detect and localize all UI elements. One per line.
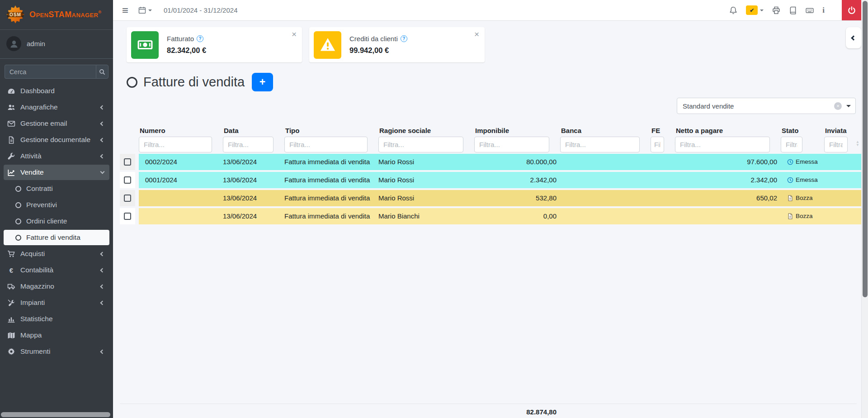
cart-icon bbox=[8, 251, 14, 256]
cell-fe bbox=[651, 190, 671, 206]
sidebar-item[interactable]: Acquisti bbox=[4, 246, 109, 261]
sidebar-item[interactable]: Attività bbox=[4, 148, 109, 164]
column-filter-input[interactable] bbox=[378, 137, 463, 152]
cell-numero: 0002/2024 bbox=[139, 154, 219, 170]
dashboard-icon bbox=[8, 88, 15, 93]
cell-ragione-sociale: Mario Bianchi bbox=[378, 208, 471, 224]
row-select-cell bbox=[120, 208, 135, 224]
sidebar-item[interactable]: Dashboard bbox=[4, 83, 109, 99]
cell-data: 13/06/2024 bbox=[223, 208, 281, 224]
cell-banca bbox=[560, 190, 647, 206]
sidebar-item[interactable]: Gestione email bbox=[4, 116, 109, 131]
table-row[interactable]: 13/06/2024 Fattura immediata di vendita … bbox=[120, 208, 861, 224]
sidebar-item[interactable]: Gestione documentale bbox=[4, 132, 109, 147]
sales-chart-icon bbox=[8, 169, 14, 175]
keyboard-shortcuts-icon[interactable] bbox=[806, 6, 814, 14]
row-checkbox[interactable] bbox=[124, 213, 131, 220]
sidebar-subitem[interactable]: Fatture di vendita bbox=[4, 230, 109, 245]
close-icon[interactable]: × bbox=[292, 30, 297, 38]
app-root: OSM OpenSTAManager® admin Dashboard bbox=[0, 0, 868, 418]
bell-icon[interactable] bbox=[729, 6, 737, 14]
add-invoice-button[interactable]: + bbox=[252, 73, 273, 91]
vertical-scrollbar-thumb[interactable] bbox=[863, 1, 868, 297]
sidebar-subitem[interactable]: Contratti bbox=[4, 181, 109, 196]
printer-icon[interactable] bbox=[772, 6, 780, 14]
segment-select[interactable]: Standard vendite × bbox=[677, 98, 856, 114]
date-range[interactable]: 01/01/2024 - 31/12/2024 bbox=[164, 6, 237, 14]
hamburger-menu-icon[interactable]: ≡ bbox=[122, 5, 128, 16]
cell-fe bbox=[651, 208, 671, 224]
sidebar-item-wrap: Strumenti bbox=[0, 344, 113, 359]
vertical-scrollbar[interactable] bbox=[861, 0, 868, 418]
close-icon[interactable]: × bbox=[474, 30, 479, 38]
logout-power-button[interactable] bbox=[842, 0, 861, 20]
column-filter-input[interactable] bbox=[474, 137, 549, 152]
sidebar-item[interactable]: Magazzino bbox=[4, 279, 109, 294]
column-filter-input[interactable] bbox=[223, 137, 274, 152]
clear-selection-icon[interactable]: × bbox=[834, 102, 842, 110]
cell-numero bbox=[139, 190, 219, 206]
status-label: Emessa bbox=[796, 172, 818, 188]
cell-stato: Emessa bbox=[781, 172, 821, 188]
column-label: Data bbox=[224, 127, 281, 134]
sidebar-subitem[interactable]: Ordini cliente bbox=[4, 214, 109, 229]
brand[interactable]: OSM OpenSTAManager® bbox=[0, 0, 113, 30]
caret-down-icon bbox=[846, 105, 851, 109]
sidebar-subitem[interactable]: Preventivi bbox=[4, 197, 109, 213]
cell-ragione-sociale: Mario Rossi bbox=[378, 154, 471, 170]
column-header: Ragione sociale ▲▼ bbox=[378, 127, 471, 152]
sidebar-item[interactable]: Contabilità bbox=[4, 262, 109, 278]
info-icon[interactable]: i bbox=[822, 6, 825, 15]
circle-icon bbox=[15, 235, 21, 241]
panel-toggle-tab[interactable] bbox=[846, 27, 861, 48]
search-button[interactable] bbox=[96, 65, 108, 79]
sidebar-item-wrap: Attività bbox=[0, 148, 113, 164]
sidebar-item-label: Attività bbox=[20, 152, 42, 160]
period-picker[interactable] bbox=[138, 6, 152, 14]
sidebar-item[interactable]: Impianti bbox=[4, 295, 109, 310]
table-row[interactable]: 0001/2024 13/06/2024 Fattura immediata d… bbox=[120, 172, 861, 188]
manual-book-icon[interactable] bbox=[789, 6, 797, 14]
cell-fe bbox=[651, 172, 671, 188]
row-checkbox[interactable] bbox=[124, 195, 131, 202]
tasks-dropdown[interactable]: ✔ bbox=[746, 5, 764, 15]
column-filter-input[interactable] bbox=[139, 137, 212, 152]
user-panel[interactable]: admin bbox=[0, 30, 113, 59]
help-icon[interactable]: ? bbox=[401, 35, 407, 42]
sidebar-item[interactable]: Anagrafiche bbox=[4, 100, 109, 115]
sidebar-item[interactable]: Mappa bbox=[4, 328, 109, 343]
column-filter-input[interactable] bbox=[284, 137, 368, 152]
row-checkbox[interactable] bbox=[124, 176, 131, 184]
wrench-icon bbox=[8, 152, 14, 159]
horizontal-scrollbar-thumb[interactable] bbox=[1, 412, 110, 417]
column-filter-input[interactable] bbox=[781, 137, 802, 152]
cell-netto-a-pagare: 97.600,00 bbox=[675, 154, 777, 170]
topbar: ≡ 01/01/2024 - 31/12/2024 ✔ i bbox=[113, 0, 868, 21]
caret-down-icon bbox=[760, 10, 764, 13]
sidebar-item-wrap: Acquisti bbox=[0, 246, 113, 261]
statistics-icon bbox=[8, 317, 15, 322]
segment-select-value: Standard vendite bbox=[683, 102, 734, 110]
table-row[interactable]: 0002/2024 13/06/2024 Fattura immediata d… bbox=[120, 154, 861, 170]
plants-icon bbox=[8, 299, 15, 306]
help-icon[interactable]: ? bbox=[197, 35, 203, 42]
sidebar-item[interactable]: Strumenti bbox=[4, 344, 109, 359]
document-icon bbox=[9, 137, 14, 143]
page-title: Fatture di vendita bbox=[143, 75, 245, 90]
row-checkbox[interactable] bbox=[124, 158, 131, 166]
table-row[interactable]: 13/06/2024 Fattura immediata di vendita … bbox=[120, 190, 861, 206]
sort-arrows[interactable]: ▲▼ bbox=[856, 140, 859, 147]
chevron-icon bbox=[100, 154, 105, 158]
cell-numero bbox=[139, 208, 219, 224]
column-filter-input[interactable] bbox=[651, 137, 664, 152]
caret-down-icon bbox=[148, 10, 152, 13]
gear-icon bbox=[8, 348, 14, 355]
sidebar-item[interactable]: Vendite bbox=[4, 165, 109, 180]
column-filter-input[interactable] bbox=[560, 137, 640, 152]
cell-stato: Bozza bbox=[781, 190, 821, 206]
sidebar-item-label: Magazzino bbox=[20, 282, 54, 290]
sidebar-item[interactable]: Statistiche bbox=[4, 311, 109, 327]
search-input[interactable] bbox=[5, 65, 96, 79]
column-filter-input[interactable] bbox=[675, 137, 770, 152]
column-filter-input[interactable] bbox=[824, 137, 848, 152]
